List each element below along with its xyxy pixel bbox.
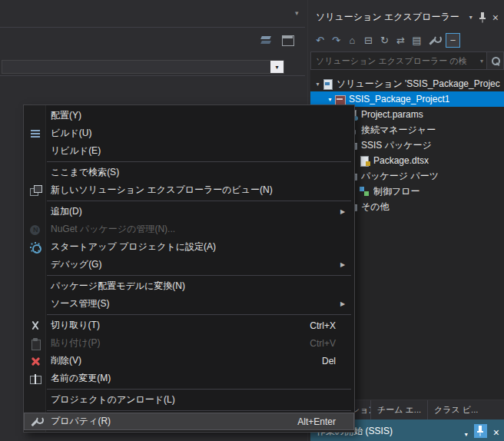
cut-icon	[29, 320, 41, 332]
menu-item[interactable]: プロジェクトのアンロード(L)	[24, 391, 354, 409]
search-placeholder: ソリューション エクスプローラー の検	[311, 55, 477, 67]
wrench-icon	[428, 35, 439, 45]
menu-item-label: パッケージ配置モデルに変換(N)	[51, 280, 185, 293]
preview-selected-items-toggle[interactable]: −	[446, 33, 460, 48]
menu-item-icon-slot	[29, 167, 41, 179]
menu-item-label: ソース管理(S)	[51, 297, 110, 310]
pin-icon[interactable]	[479, 12, 486, 23]
menu-item[interactable]: リビルド(E)	[24, 142, 354, 160]
menu-item-icon-slot	[29, 145, 41, 158]
delete-icon	[29, 355, 41, 367]
editor-toolbar	[260, 34, 295, 46]
close-icon[interactable]: ×	[493, 427, 499, 438]
tree-item[interactable]: ▾ソリューション 'SSIS_Package_Projec	[310, 76, 504, 91]
expander-expanded-icon[interactable]: ▾	[313, 81, 322, 88]
sync-with-active-document-icon[interactable]: ↻	[377, 33, 392, 48]
forward-icon[interactable]: ↷	[329, 33, 343, 48]
menu-separator	[47, 201, 351, 201]
menu-item-shortcut: Del	[322, 356, 340, 366]
menu-item[interactable]: パッケージ配置モデルに変換(N)	[24, 277, 354, 295]
show-all-files-icon[interactable]: ▤	[410, 33, 424, 48]
combo-dropdown-button[interactable]: ▾	[270, 61, 284, 73]
tool-window-tab[interactable]: クラス ビ...	[427, 400, 484, 419]
menu-item-icon-slot	[29, 206, 41, 218]
designer-combobox[interactable]: ▾	[2, 60, 284, 74]
wrench-icon	[29, 416, 41, 428]
menu-item[interactable]: 新しいソリューション エクスプローラーのビュー(N)	[24, 181, 354, 199]
form-grid-icon[interactable]	[281, 34, 295, 46]
menu-separator	[47, 161, 351, 162]
solution-icon	[322, 78, 333, 90]
menu-item[interactable]: プロパティ(R)Alt+Enter	[24, 413, 354, 430]
layers-icon[interactable]	[260, 34, 274, 46]
menu-item[interactable]: 名前の変更(M)	[24, 370, 354, 387]
submenu-arrow-icon: ▶	[340, 261, 354, 268]
tool-window-tab[interactable]: チーム エ...	[370, 400, 427, 419]
menu-separator	[47, 389, 351, 390]
ssis-project-icon	[334, 94, 346, 105]
tree-item-label: Package.dtsx	[373, 155, 429, 166]
menu-separator	[47, 275, 351, 276]
properties-icon[interactable]	[426, 33, 440, 48]
menu-item-label: デバッグ(G)	[51, 258, 101, 271]
pin-button[interactable]	[474, 424, 487, 438]
divider	[0, 75, 305, 76]
home-icon[interactable]: ⌂	[345, 33, 360, 48]
menu-item-label: 切り取り(T)	[51, 319, 100, 332]
submenu-arrow-icon: ▶	[340, 300, 354, 307]
menu-item-label: 名前の変更(M)	[51, 372, 111, 385]
menu-item[interactable]: ビルド(U)	[24, 124, 354, 142]
search-box[interactable]: ソリューション エクスプローラー の検 ▾	[310, 51, 504, 70]
paste-icon	[29, 337, 41, 350]
menu-item-label: NuGet パッケージの管理(N)...	[51, 223, 175, 236]
tree-item-label: SSIS_Package_Project1	[349, 94, 449, 104]
menu-item[interactable]: デバッグ(G)▶	[24, 256, 354, 274]
menu-separator	[47, 314, 351, 315]
tree-item-label: Project.params	[361, 109, 423, 120]
submenu-arrow-icon: ▶	[340, 208, 354, 215]
menu-item[interactable]: ソース管理(S)▶	[24, 295, 354, 313]
menu-item-icon-slot	[29, 110, 41, 122]
menu-item-icon-slot	[29, 394, 41, 406]
collapse-all-icon[interactable]: ⊟	[361, 33, 376, 48]
tree-item-label: ソリューション 'SSIS_Package_Projec	[337, 78, 500, 91]
window-menu-chevron-icon[interactable]: ▾	[469, 14, 472, 21]
search-button[interactable]	[486, 52, 503, 69]
dtsx-file-icon	[359, 155, 370, 167]
toolbar-overflow-chevron-icon[interactable]: ▾	[295, 9, 299, 17]
new-view-icon	[29, 184, 41, 197]
tree-item-label: その他	[361, 201, 390, 214]
menu-item-label: リビルド(E)	[51, 144, 101, 158]
pin-icon	[476, 426, 484, 436]
window-menu-chevron-icon[interactable]: ▾	[465, 431, 468, 438]
menu-item[interactable]: 追加(D)▶	[24, 203, 354, 220]
menu-item-label: 配置(Y)	[51, 109, 81, 122]
rename-icon	[29, 373, 41, 385]
menu-item-shortcut: Ctrl+V	[310, 338, 340, 349]
menu-item[interactable]: 削除(V)Del	[24, 352, 354, 370]
solution-explorer-toolbar: ↶↷⌂⊟↻⇄▤−	[310, 31, 504, 49]
expander-expanded-icon[interactable]: ▾	[326, 96, 334, 103]
nuget-icon	[29, 224, 41, 236]
close-icon[interactable]: ×	[492, 12, 499, 23]
menu-item[interactable]: ここまで検索(S)	[24, 164, 354, 181]
context-menu: 配置(Y)ビルド(U)リビルド(E)ここまで検索(S)新しいソリューション エク…	[23, 104, 355, 433]
menu-item-shortcut: Ctrl+X	[310, 320, 340, 331]
divider	[0, 27, 305, 28]
menu-item[interactable]: 配置(Y)	[24, 107, 354, 124]
menu-item-label: プロジェクトのアンロード(L)	[51, 393, 175, 406]
build-icon	[29, 128, 41, 140]
menu-item[interactable]: NuGet パッケージの管理(N)...	[24, 220, 354, 238]
control-flow-icon	[359, 186, 370, 197]
panel-title: ソリューション エクスプローラー	[316, 11, 463, 24]
tree-item-label: 接続マネージャー	[361, 124, 436, 137]
solution-explorer-titlebar[interactable]: ソリューション エクスプローラー ▾ ×	[310, 9, 504, 25]
search-dropdown-chevron-icon[interactable]: ▾	[477, 58, 486, 65]
menu-item-label: ビルド(U)	[51, 127, 92, 140]
search-icon	[491, 56, 500, 65]
back-icon[interactable]: ↶	[313, 33, 327, 48]
menu-item[interactable]: 切り取り(T)Ctrl+X	[24, 317, 354, 334]
menu-item[interactable]: スタートアップ プロジェクトに設定(A)	[24, 238, 354, 256]
menu-item[interactable]: 貼り付け(P)Ctrl+V	[24, 334, 354, 352]
switch-views-icon[interactable]: ⇄	[393, 33, 408, 48]
